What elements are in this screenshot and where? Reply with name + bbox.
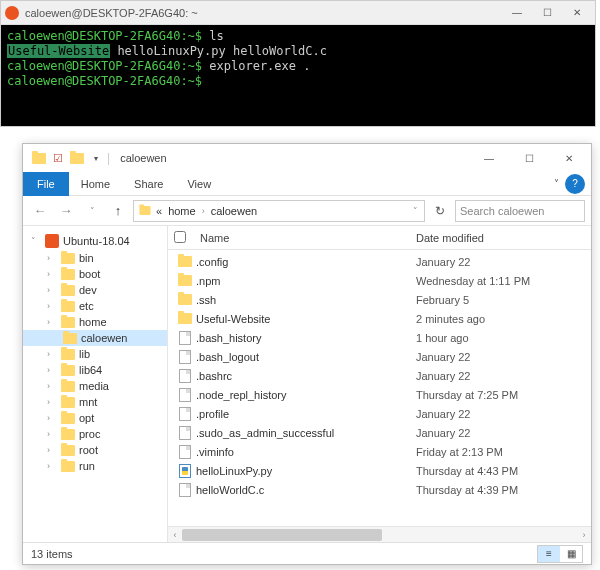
file-date: January 22 bbox=[416, 370, 585, 382]
file-row[interactable]: .sshFebruary 5 bbox=[168, 290, 591, 309]
chevron-right-icon[interactable]: › bbox=[47, 301, 57, 311]
tree-item[interactable]: ›dev bbox=[23, 282, 167, 298]
file-row[interactable]: .npmWednesday at 1:11 PM bbox=[168, 271, 591, 290]
file-row[interactable]: .bash_history1 hour ago bbox=[168, 328, 591, 347]
file-date: 2 minutes ago bbox=[416, 313, 585, 325]
nav-forward-button[interactable]: → bbox=[55, 200, 77, 222]
chevron-right-icon[interactable]: › bbox=[200, 206, 207, 216]
scroll-left-icon[interactable]: ‹ bbox=[168, 527, 182, 542]
tab-home[interactable]: Home bbox=[69, 174, 122, 194]
horizontal-scrollbar[interactable]: ‹ › bbox=[168, 526, 591, 542]
column-name[interactable]: Name bbox=[196, 232, 416, 244]
scroll-thumb[interactable] bbox=[182, 529, 382, 541]
qa-dropdown-icon[interactable]: ▾ bbox=[88, 150, 104, 166]
select-all-checkbox[interactable] bbox=[174, 231, 196, 245]
file-date: Wednesday at 1:11 PM bbox=[416, 275, 585, 287]
chevron-right-icon[interactable]: › bbox=[47, 397, 57, 407]
status-bar: 13 items ≡ ▦ bbox=[23, 542, 591, 564]
explorer-titlebar[interactable]: ☑ ▾ | caloewen — ☐ ✕ bbox=[23, 144, 591, 172]
icons-view-button[interactable]: ▦ bbox=[560, 546, 582, 562]
chevron-right-icon[interactable]: › bbox=[47, 413, 57, 423]
tree-item[interactable]: ›proc bbox=[23, 426, 167, 442]
tree-item[interactable]: ›etc bbox=[23, 298, 167, 314]
terminal-body[interactable]: caloewen@DESKTOP-2FA6G40:~$ ls Useful-We… bbox=[1, 25, 595, 126]
maximize-button[interactable]: ☐ bbox=[533, 4, 561, 22]
breadcrumb-segment[interactable]: « bbox=[154, 205, 164, 217]
tree-label: home bbox=[79, 316, 107, 328]
chevron-right-icon[interactable]: › bbox=[47, 253, 57, 263]
tree-root[interactable]: ˅ Ubuntu-18.04 bbox=[23, 232, 167, 250]
column-date-modified[interactable]: Date modified bbox=[416, 232, 591, 244]
terminal-line: caloewen@DESKTOP-2FA6G40:~$ bbox=[7, 74, 589, 89]
chevron-right-icon[interactable]: › bbox=[47, 365, 57, 375]
tree-item-selected[interactable]: caloewen bbox=[23, 330, 167, 346]
scroll-right-icon[interactable]: › bbox=[577, 527, 591, 542]
file-name: helloWorldC.c bbox=[196, 484, 416, 496]
file-list[interactable]: .configJanuary 22.npmWednesday at 1:11 P… bbox=[168, 250, 591, 526]
file-row[interactable]: .node_repl_historyThursday at 7:25 PM bbox=[168, 385, 591, 404]
folder-icon bbox=[61, 301, 75, 312]
file-row[interactable]: Useful-Website2 minutes ago bbox=[168, 309, 591, 328]
chevron-right-icon[interactable]: › bbox=[47, 445, 57, 455]
file-row[interactable]: .bashrcJanuary 22 bbox=[168, 366, 591, 385]
file-name: .ssh bbox=[196, 294, 416, 306]
chevron-right-icon[interactable]: › bbox=[47, 429, 57, 439]
file-name: .sudo_as_admin_successful bbox=[196, 427, 416, 439]
chevron-right-icon[interactable]: › bbox=[47, 285, 57, 295]
file-row[interactable]: .bash_logoutJanuary 22 bbox=[168, 347, 591, 366]
details-view-button[interactable]: ≡ bbox=[538, 546, 560, 562]
chevron-right-icon[interactable]: › bbox=[47, 269, 57, 279]
tree-item[interactable]: ›boot bbox=[23, 266, 167, 282]
nav-up-button[interactable]: ↑ bbox=[107, 200, 129, 222]
tree-item[interactable]: ›home bbox=[23, 314, 167, 330]
tab-view[interactable]: View bbox=[175, 174, 223, 194]
address-bar[interactable]: « home › caloewen ˅ bbox=[133, 200, 425, 222]
file-row[interactable]: .sudo_as_admin_successfulJanuary 22 bbox=[168, 423, 591, 442]
file-row[interactable]: helloLinuxPy.pyThursday at 4:43 PM bbox=[168, 461, 591, 480]
chevron-right-icon[interactable]: › bbox=[47, 317, 57, 327]
tree-item[interactable]: ›lib bbox=[23, 346, 167, 362]
refresh-button[interactable]: ↻ bbox=[429, 204, 451, 218]
file-row[interactable]: helloWorldC.cThursday at 4:39 PM bbox=[168, 480, 591, 499]
explorer-window-controls: — ☐ ✕ bbox=[469, 144, 589, 172]
file-row[interactable]: .configJanuary 22 bbox=[168, 252, 591, 271]
file-row[interactable]: .profileJanuary 22 bbox=[168, 404, 591, 423]
nav-back-button[interactable]: ← bbox=[29, 200, 51, 222]
folder-icon bbox=[178, 275, 192, 286]
folder-icon bbox=[61, 445, 75, 456]
tab-share[interactable]: Share bbox=[122, 174, 175, 194]
file-date: 1 hour ago bbox=[416, 332, 585, 344]
tree-item[interactable]: ›run bbox=[23, 458, 167, 474]
tree-item[interactable]: ›root bbox=[23, 442, 167, 458]
breadcrumb-segment[interactable]: caloewen bbox=[209, 205, 259, 217]
tree-item[interactable]: ›lib64 bbox=[23, 362, 167, 378]
minimize-button[interactable]: — bbox=[469, 144, 509, 172]
ubuntu-icon bbox=[45, 234, 59, 248]
tree-item[interactable]: ›media bbox=[23, 378, 167, 394]
tree-item[interactable]: ›mnt bbox=[23, 394, 167, 410]
terminal-titlebar[interactable]: caloewen@DESKTOP-2FA6G40: ~ — ☐ ✕ bbox=[1, 1, 595, 25]
navigation-pane[interactable]: ˅ Ubuntu-18.04 ›bin›boot›dev›etc›homecal… bbox=[23, 226, 168, 542]
chevron-right-icon[interactable]: › bbox=[47, 381, 57, 391]
check-icon[interactable]: ☑ bbox=[50, 150, 66, 166]
ubuntu-icon bbox=[5, 6, 19, 20]
nav-recent-dropdown[interactable]: ˅ bbox=[81, 200, 103, 222]
ribbon-expand-icon[interactable]: ˅ bbox=[554, 178, 559, 189]
close-button[interactable]: ✕ bbox=[563, 4, 591, 22]
minimize-button[interactable]: — bbox=[503, 4, 531, 22]
chevron-right-icon[interactable]: › bbox=[47, 461, 57, 471]
chevron-down-icon[interactable]: ˅ bbox=[31, 236, 41, 246]
tab-file[interactable]: File bbox=[23, 172, 69, 196]
column-headers[interactable]: Name Date modified bbox=[168, 226, 591, 250]
tree-item[interactable]: ›opt bbox=[23, 410, 167, 426]
breadcrumb-segment[interactable]: home bbox=[166, 205, 198, 217]
help-icon[interactable]: ? bbox=[565, 174, 585, 194]
address-dropdown-icon[interactable]: ˅ bbox=[411, 206, 420, 216]
folder-icon bbox=[31, 150, 47, 166]
tree-item[interactable]: ›bin bbox=[23, 250, 167, 266]
file-row[interactable]: .viminfoFriday at 2:13 PM bbox=[168, 442, 591, 461]
maximize-button[interactable]: ☐ bbox=[509, 144, 549, 172]
close-button[interactable]: ✕ bbox=[549, 144, 589, 172]
search-input[interactable]: Search caloewen bbox=[455, 200, 585, 222]
chevron-right-icon[interactable]: › bbox=[47, 349, 57, 359]
